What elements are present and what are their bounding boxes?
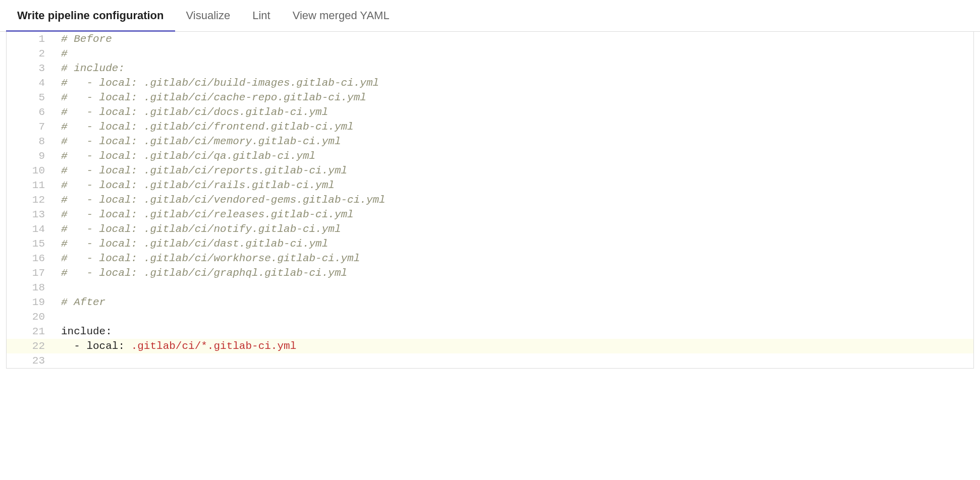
code-content[interactable]: # - local: .gitlab/ci/build-images.gitla…: [57, 76, 973, 90]
code-line[interactable]: 5# - local: .gitlab/ci/cache-repo.gitlab…: [7, 90, 973, 105]
code-line[interactable]: 13# - local: .gitlab/ci/releases.gitlab-…: [7, 207, 973, 222]
comment-text: # - local: .gitlab/ci/graphql.gitlab-ci.…: [61, 267, 347, 279]
code-line[interactable]: 1# Before: [7, 32, 973, 46]
code-content[interactable]: # - local: .gitlab/ci/workhorse.gitlab-c…: [57, 251, 973, 266]
comment-text: # - local: .gitlab/ci/qa.gitlab-ci.yml: [61, 150, 315, 162]
code-content[interactable]: # - local: .gitlab/ci/cache-repo.gitlab-…: [57, 90, 973, 105]
code-line[interactable]: 7# - local: .gitlab/ci/frontend.gitlab-c…: [7, 119, 973, 134]
code-editor[interactable]: 1# Before2#3# include:4# - local: .gitla…: [6, 32, 974, 369]
comment-text: # - local: .gitlab/ci/rails.gitlab-ci.ym…: [61, 179, 335, 191]
code-line[interactable]: 19# After: [7, 295, 973, 310]
line-number: 22: [7, 339, 57, 353]
line-number: 6: [7, 105, 57, 119]
code-content[interactable]: # - local: .gitlab/ci/docs.gitlab-ci.yml: [57, 105, 973, 119]
code-content[interactable]: #: [57, 46, 973, 61]
line-number: 10: [7, 163, 57, 178]
code-line[interactable]: 3# include:: [7, 61, 973, 76]
line-number: 18: [7, 280, 57, 295]
code-content[interactable]: # - local: .gitlab/ci/reports.gitlab-ci.…: [57, 163, 973, 178]
comment-text: # - local: .gitlab/ci/memory.gitlab-ci.y…: [61, 136, 341, 147]
line-number: 20: [7, 310, 57, 324]
yaml-key: - local:: [61, 340, 131, 352]
line-number: 9: [7, 149, 57, 163]
code-line[interactable]: 12# - local: .gitlab/ci/vendored-gems.gi…: [7, 193, 973, 207]
tab-write-pipeline-configuration[interactable]: Write pipeline configuration: [6, 0, 175, 31]
comment-text: # - local: .gitlab/ci/dast.gitlab-ci.yml: [61, 238, 328, 250]
comment-text: # Before: [61, 33, 112, 45]
code-content[interactable]: # - local: .gitlab/ci/qa.gitlab-ci.yml: [57, 149, 973, 163]
code-content[interactable]: [57, 310, 973, 324]
code-line[interactable]: 18: [7, 280, 973, 295]
code-line[interactable]: 4# - local: .gitlab/ci/build-images.gitl…: [7, 76, 973, 90]
code-content[interactable]: [57, 353, 973, 368]
comment-text: # - local: .gitlab/ci/build-images.gitla…: [61, 77, 379, 89]
tab-lint[interactable]: Lint: [241, 0, 281, 31]
code-content[interactable]: # include:: [57, 61, 973, 76]
code-line[interactable]: 15# - local: .gitlab/ci/dast.gitlab-ci.y…: [7, 236, 973, 251]
comment-text: # - local: .gitlab/ci/docs.gitlab-ci.yml: [61, 106, 328, 118]
line-number: 23: [7, 353, 57, 368]
code-content[interactable]: # After: [57, 295, 973, 310]
code-content[interactable]: # - local: .gitlab/ci/notify.gitlab-ci.y…: [57, 222, 973, 236]
line-number: 16: [7, 251, 57, 266]
code-line[interactable]: 2#: [7, 46, 973, 61]
code-line[interactable]: 17# - local: .gitlab/ci/graphql.gitlab-c…: [7, 266, 973, 280]
comment-text: # include:: [61, 63, 125, 74]
line-number: 12: [7, 193, 57, 207]
code-line[interactable]: 20: [7, 310, 973, 324]
line-number: 5: [7, 90, 57, 105]
code-content[interactable]: # - local: .gitlab/ci/memory.gitlab-ci.y…: [57, 134, 973, 149]
code-content[interactable]: [57, 280, 973, 295]
code-content[interactable]: include:: [57, 324, 973, 339]
code-content[interactable]: # Before: [57, 32, 973, 46]
tab-visualize[interactable]: Visualize: [175, 0, 242, 31]
code-content[interactable]: # - local: .gitlab/ci/frontend.gitlab-ci…: [57, 119, 973, 134]
line-number: 21: [7, 324, 57, 339]
code-line[interactable]: 8# - local: .gitlab/ci/memory.gitlab-ci.…: [7, 134, 973, 149]
code-line[interactable]: 6# - local: .gitlab/ci/docs.gitlab-ci.ym…: [7, 105, 973, 119]
comment-text: # - local: .gitlab/ci/workhorse.gitlab-c…: [61, 253, 360, 264]
comment-text: # - local: .gitlab/ci/vendored-gems.gitl…: [61, 194, 386, 206]
line-number: 8: [7, 134, 57, 149]
yaml-value: .gitlab/ci/*.gitlab-ci.yml: [131, 340, 297, 352]
line-number: 11: [7, 178, 57, 193]
code-line[interactable]: 9# - local: .gitlab/ci/qa.gitlab-ci.yml: [7, 149, 973, 163]
code-line[interactable]: 23: [7, 353, 973, 368]
code-line[interactable]: 16# - local: .gitlab/ci/workhorse.gitlab…: [7, 251, 973, 266]
line-number: 3: [7, 61, 57, 76]
line-number: 19: [7, 295, 57, 310]
comment-text: #: [61, 48, 68, 59]
line-number: 1: [7, 32, 57, 46]
tab-view-merged-yaml[interactable]: View merged YAML: [282, 0, 401, 31]
code-line[interactable]: 10# - local: .gitlab/ci/reports.gitlab-c…: [7, 163, 973, 178]
code-content[interactable]: # - local: .gitlab/ci/graphql.gitlab-ci.…: [57, 266, 973, 280]
code-line[interactable]: 14# - local: .gitlab/ci/notify.gitlab-ci…: [7, 222, 973, 236]
comment-text: # - local: .gitlab/ci/notify.gitlab-ci.y…: [61, 223, 341, 235]
code-line[interactable]: 22 - local: .gitlab/ci/*.gitlab-ci.yml: [7, 339, 973, 353]
code-content[interactable]: - local: .gitlab/ci/*.gitlab-ci.yml: [57, 339, 973, 353]
code-content[interactable]: # - local: .gitlab/ci/dast.gitlab-ci.yml: [57, 236, 973, 251]
line-number: 4: [7, 76, 57, 90]
tabs-bar: Write pipeline configuration Visualize L…: [0, 0, 980, 32]
comment-text: # - local: .gitlab/ci/cache-repo.gitlab-…: [61, 92, 366, 103]
comment-text: # - local: .gitlab/ci/releases.gitlab-ci…: [61, 209, 354, 220]
line-number: 15: [7, 236, 57, 251]
line-number: 14: [7, 222, 57, 236]
code-line[interactable]: 21include:: [7, 324, 973, 339]
line-number: 17: [7, 266, 57, 280]
line-number: 2: [7, 46, 57, 61]
code-content[interactable]: # - local: .gitlab/ci/vendored-gems.gitl…: [57, 193, 973, 207]
line-number: 7: [7, 119, 57, 134]
line-number: 13: [7, 207, 57, 222]
code-line[interactable]: 11# - local: .gitlab/ci/rails.gitlab-ci.…: [7, 178, 973, 193]
comment-text: # - local: .gitlab/ci/frontend.gitlab-ci…: [61, 121, 354, 133]
comment-text: # - local: .gitlab/ci/reports.gitlab-ci.…: [61, 165, 347, 176]
code-content[interactable]: # - local: .gitlab/ci/releases.gitlab-ci…: [57, 207, 973, 222]
comment-text: # After: [61, 296, 105, 308]
yaml-key: include:: [61, 326, 112, 337]
code-content[interactable]: # - local: .gitlab/ci/rails.gitlab-ci.ym…: [57, 178, 973, 193]
